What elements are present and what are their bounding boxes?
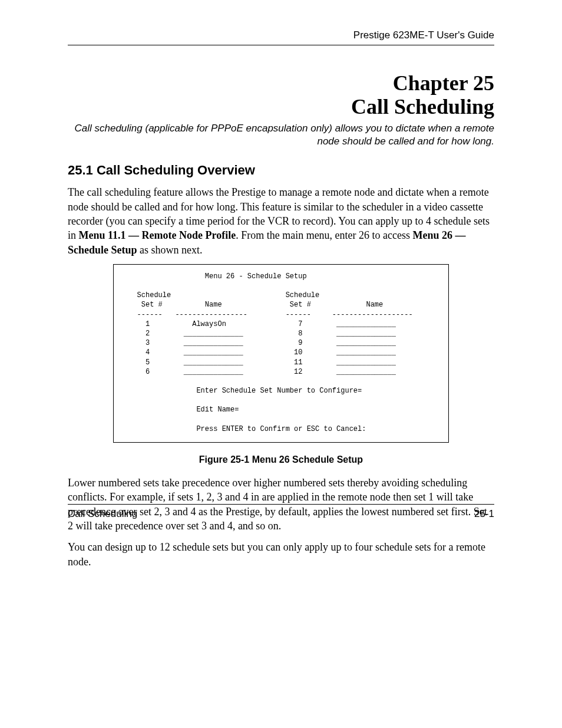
section-heading: 25.1 Call Scheduling Overview xyxy=(68,163,494,178)
chapter-title-block: Chapter 25 Call Scheduling xyxy=(68,72,494,118)
chapter-subtitle: Call scheduling (applicable for PPPoE en… xyxy=(68,122,494,148)
terminal-prompt-2: Edit Name= xyxy=(124,406,239,414)
terminal-header-1: Schedule Schedule xyxy=(124,291,319,299)
footer-left: Call Scheduling xyxy=(68,508,137,520)
figure-caption: Figure 25-1 Menu 26 Schedule Setup xyxy=(68,454,494,465)
para1-text2: . From the main menu, enter 26 to access xyxy=(236,229,412,241)
footer-rule xyxy=(68,504,494,505)
terminal-row-3: 3 ______________ 9 ______________ xyxy=(124,339,396,347)
running-header: Prestige 623ME-T User's Guide xyxy=(68,29,494,41)
page: Prestige 623ME-T User's Guide Chapter 25… xyxy=(0,0,562,728)
terminal-separator: ------ ----------------- ------ --------… xyxy=(124,311,413,319)
paragraph-3: You can design up to 12 schedule sets bu… xyxy=(68,540,494,569)
para1-text3: as shown next. xyxy=(137,244,203,256)
page-footer: Call Scheduling 25-1 xyxy=(68,504,494,520)
terminal-row-5: 5 ______________ 11 ______________ xyxy=(124,358,396,367)
terminal-row-1: 1 AlwaysOn 7 ______________ xyxy=(124,320,396,328)
terminal-row-6: 6 ______________ 12 ______________ xyxy=(124,368,396,376)
terminal-prompt-3: Press ENTER to Confirm or ESC to Cancel: xyxy=(124,425,366,433)
footer-right: 25-1 xyxy=(474,508,494,520)
terminal-prompt-1: Enter Schedule Set Number to Configure= xyxy=(124,387,362,395)
paragraph-1: The call scheduling feature allows the P… xyxy=(68,185,494,256)
header-rule xyxy=(68,45,494,45)
terminal-row-2: 2 ______________ 8 ______________ xyxy=(124,330,396,338)
chapter-number: Chapter 25 xyxy=(68,72,494,95)
terminal-screenshot: Menu 26 - Schedule Setup Schedule Schedu… xyxy=(113,264,449,443)
terminal-title: Menu 26 - Schedule Setup xyxy=(124,272,307,281)
para1-bold1: Menu 11.1 — Remote Node Profile xyxy=(79,229,236,241)
chapter-name: Call Scheduling xyxy=(68,95,494,119)
terminal-row-4: 4 ______________ 10 ______________ xyxy=(124,348,396,357)
terminal-header-2: Set # Name Set # Name xyxy=(124,301,383,309)
